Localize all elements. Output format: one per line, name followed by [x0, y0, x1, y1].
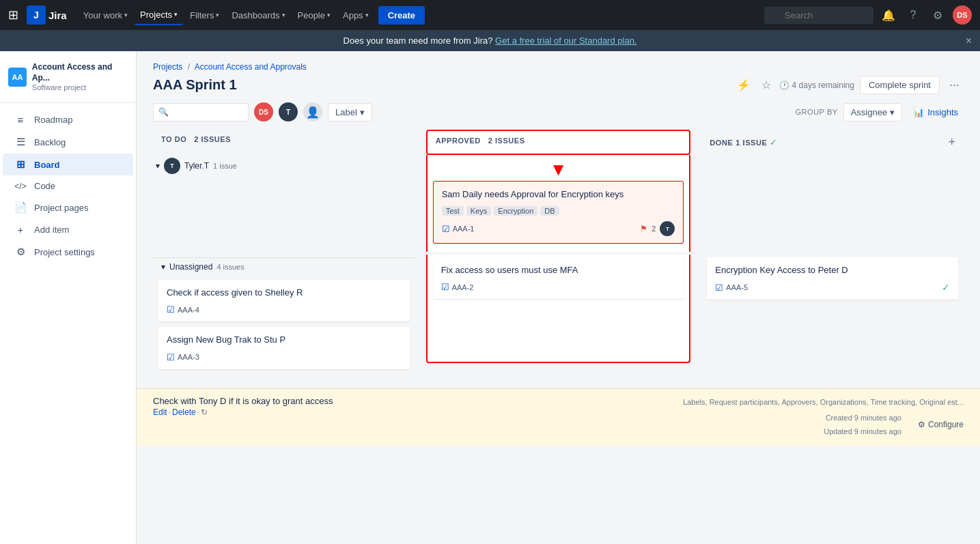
logo-icon: J [27, 5, 46, 25]
banner-link[interactable]: Get a free trial of our Standard plan. [495, 35, 636, 46]
nav-filters[interactable]: Filters ▾ [184, 6, 225, 25]
sprint-actions: ⚡ ☆ 🕐 4 days remaining Complete sprint ·… [734, 76, 964, 94]
flag-count: 2 [652, 225, 656, 233]
sidebar-item-code[interactable]: </> Code [3, 176, 133, 196]
card-aaa5[interactable]: Encryption Key Access to Peter D ☑ AAA-5… [707, 257, 958, 300]
sidebar-item-add-item[interactable]: + Add item [3, 219, 133, 240]
tyler-avatar: T [164, 158, 180, 174]
checkbox-icon: ☑ [441, 282, 449, 292]
logo[interactable]: J Jira [27, 5, 67, 25]
more-icon[interactable]: ··· [945, 76, 964, 94]
topnav-nav: Your work ▾ Projects ▾ Filters ▾ Dashboa… [78, 5, 759, 25]
chevron-down-icon: ▾ [124, 12, 128, 18]
create-button[interactable]: Create [378, 6, 425, 25]
logo-text: Jira [48, 10, 67, 21]
configure-button[interactable]: ⚙ Configure [918, 418, 964, 433]
search-wrap: 🔍 [764, 7, 873, 24]
unassigned-group-header[interactable]: ▾ Unassigned 4 issues [153, 257, 415, 277]
card-aaa2[interactable]: Fix access so users must use MFA ☑ AAA-2 [433, 257, 684, 299]
card-id: ☑ AAA-4 [167, 304, 199, 315]
unassigned-count: 4 issues [216, 263, 244, 271]
chevron-down-icon: ▾ [174, 11, 178, 18]
clock-icon: 🕐 [779, 81, 789, 90]
project-icon: AA [8, 68, 27, 87]
card-aaa4[interactable]: Check if access given to Shelley R ☑ AAA… [158, 280, 410, 321]
label-button[interactable]: Label ▾ [328, 103, 372, 121]
lightning-icon[interactable]: ⚡ [734, 76, 753, 94]
project-info: Account Access and Ap... Software projec… [32, 62, 128, 91]
done-empty-space [707, 305, 958, 360]
tag-encryption: Encryption [494, 206, 537, 216]
done-tyler-cards [701, 155, 964, 210]
breadcrumb: Projects / Account Access and Approvals [153, 62, 964, 72]
sidebar-item-project-settings[interactable]: ⚙ Project settings [3, 241, 133, 263]
help-icon[interactable]: ? [904, 5, 923, 25]
card-footer: ☑ AAA-4 [167, 304, 402, 315]
project-name: Account Access and Ap... [32, 62, 128, 83]
approved-empty-space [433, 304, 684, 359]
add-column-icon[interactable]: + [949, 135, 956, 149]
main-content: Projects / Account Access and Approvals … [137, 51, 980, 544]
sprint-header: AAA Sprint 1 ⚡ ☆ 🕐 4 days remaining Comp… [153, 76, 964, 94]
tyler-group-header[interactable]: ▾ T Tyler.T 1 issue [153, 155, 415, 180]
days-remaining: 🕐 4 days remaining [779, 81, 854, 90]
checkbox-icon: ☑ [715, 283, 723, 293]
user-avatar[interactable]: DS [953, 5, 972, 25]
nav-people[interactable]: People ▾ [292, 6, 336, 25]
sidebar-item-roadmap[interactable]: ≡ Roadmap [3, 109, 133, 130]
groupby-assignee-button[interactable]: Assignee ▾ [843, 103, 902, 121]
add-icon: + [14, 224, 27, 235]
chevron-down-icon: ▾ [216, 12, 219, 18]
done-unassigned-cards: Encryption Key Access to Peter D ☑ AAA-5… [701, 255, 964, 362]
tyler-group-row: ▾ T Tyler.T 1 issue ▼ Sam Daily needs [153, 155, 964, 252]
sidebar-item-project-pages[interactable]: 📄 Project pages [3, 197, 133, 218]
unassigned-label: Unassigned [169, 262, 212, 272]
nav-dashboards[interactable]: Dashboards ▾ [226, 6, 290, 25]
insights-button[interactable]: 📊 Insights [908, 104, 964, 121]
approved-card-aaa1[interactable]: Sam Daily needs Approval for Encryption … [433, 181, 684, 244]
sidebar-item-backlog[interactable]: ☰ Backlog [3, 131, 133, 153]
sidebar-item-label: Backlog [34, 137, 66, 147]
pages-icon: 📄 [14, 201, 27, 214]
delete-link[interactable]: Delete [172, 407, 196, 417]
add-member-avatar[interactable]: 👤 [303, 102, 322, 121]
done-check-icon: ✓ [770, 137, 777, 147]
tyler-name: Tyler.T [184, 161, 209, 171]
sprint-title: AAA Sprint 1 [153, 77, 237, 93]
grid-icon[interactable]: ⊞ [8, 8, 18, 23]
code-icon: </> [14, 182, 27, 191]
notifications-icon[interactable]: 🔔 [879, 5, 898, 25]
chart-icon: 📊 [913, 107, 924, 117]
nav-apps[interactable]: Apps ▾ [337, 6, 374, 25]
updated-timestamp: Updated 9 minutes ago [824, 425, 901, 439]
sidebar-item-board[interactable]: ⊞ Board [3, 154, 133, 175]
filter-avatar-t[interactable]: T [279, 102, 298, 121]
star-icon[interactable]: ☆ [759, 76, 774, 94]
close-icon[interactable]: × [966, 35, 972, 47]
bottom-bar: Check with Tony D if it is okay to grant… [137, 388, 980, 446]
breadcrumb-project[interactable]: Account Access and Approvals [195, 62, 307, 72]
nav-projects[interactable]: Projects ▾ [135, 5, 183, 25]
settings-icon: ⚙ [14, 246, 27, 258]
done-checkmark-icon: ✓ [942, 282, 950, 293]
chevron-down-icon: ▾ [156, 161, 160, 171]
topnav-right: 🔍 🔔 ? ⚙ DS [764, 5, 972, 25]
card-title: Sam Daily needs Approval for Encryption … [442, 188, 675, 201]
search-input[interactable] [764, 7, 873, 24]
layout: AA Account Access and Ap... Software pro… [0, 51, 980, 544]
filter-avatar-ds[interactable]: DS [254, 102, 273, 121]
card-aaa3[interactable]: Assign New Bug Trak to Stu P ☑ AAA-3 [158, 327, 410, 369]
done-label: DONE [710, 139, 733, 147]
breadcrumb-projects[interactable]: Projects [153, 62, 182, 72]
roadmap-icon: ≡ [14, 114, 27, 126]
complete-sprint-button[interactable]: Complete sprint [860, 76, 940, 94]
todo-unassigned-cards: Check if access given to Shelley R ☑ AAA… [153, 277, 415, 377]
done-count: 1 ISSUE [736, 139, 767, 147]
settings-icon[interactable]: ⚙ [928, 5, 947, 25]
board-search-wrap: 🔍 [153, 103, 249, 121]
sidebar-item-label: Add item [34, 225, 69, 235]
card-footer: ☑ AAA-5 ✓ [715, 282, 950, 293]
nav-your-work[interactable]: Your work ▾ [78, 6, 133, 25]
edit-link[interactable]: Edit [153, 407, 167, 417]
refresh-icon[interactable]: ↻ [201, 407, 208, 417]
